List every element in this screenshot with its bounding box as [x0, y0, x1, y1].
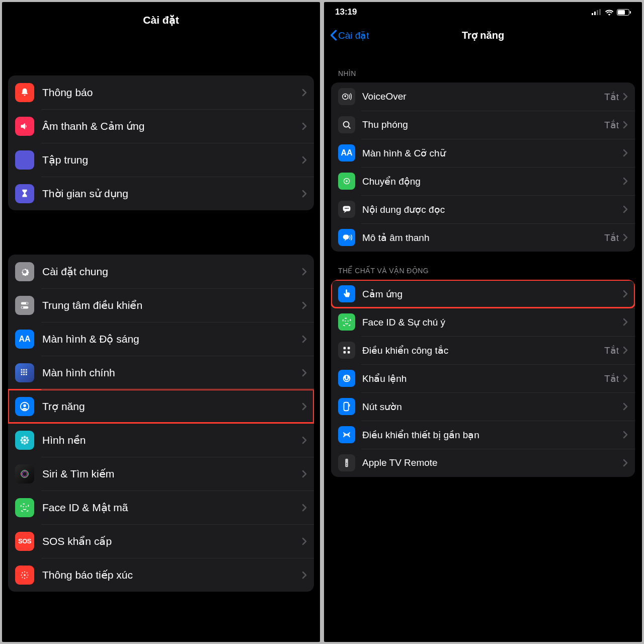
row-zoom[interactable]: Thu phóng Tắt	[331, 111, 635, 139]
chevron-right-icon	[302, 504, 307, 512]
row-sounds[interactable]: Âm thanh & Cảm ứng	[8, 109, 314, 143]
row-spoken[interactable]: Nội dung được đọc	[331, 195, 635, 223]
row-label: Hình nền	[42, 434, 302, 446]
moon-icon	[19, 154, 30, 166]
status-icons	[592, 9, 631, 16]
svg-rect-28	[21, 504, 29, 511]
row-appletv[interactable]: Apple TV Remote	[331, 449, 635, 477]
row-switch-control[interactable]: Điều khiển công tắc Tắt	[331, 336, 635, 364]
svg-rect-11	[21, 373, 23, 375]
cellular-icon	[592, 9, 602, 15]
svg-rect-42	[597, 10, 598, 15]
svg-rect-46	[630, 11, 631, 14]
svg-point-29	[23, 506, 24, 507]
svg-rect-56	[343, 235, 349, 239]
settings-root-screen: Cài đặt Thông báo Âm thanh & Cảm ứng Tập…	[2, 2, 320, 642]
svg-rect-67	[349, 404, 350, 407]
row-label: Tập trung	[42, 154, 302, 166]
row-label: Cảm ứng	[362, 288, 623, 300]
row-face-attention[interactable]: Face ID & Sự chú ý	[331, 308, 635, 336]
nav-bar: Cài đặt	[2, 2, 320, 38]
svg-rect-60	[344, 347, 346, 350]
chevron-right-icon	[623, 431, 628, 439]
person-circle-icon	[19, 401, 30, 412]
row-value: Tắt	[604, 232, 619, 244]
chevron-right-icon	[623, 374, 628, 382]
svg-point-24	[26, 441, 28, 444]
row-display[interactable]: AA Màn hình & Độ sáng	[8, 322, 314, 356]
row-voiceover[interactable]: VoiceOver Tắt	[331, 83, 635, 111]
sos-icon-wrap: SOS	[15, 532, 34, 551]
chevron-right-icon	[302, 156, 307, 164]
gear-icon-wrap	[15, 262, 34, 281]
row-label: Siri & Tìm kiếm	[42, 468, 302, 480]
touch-icon	[341, 288, 352, 299]
dots-icon-wrap	[15, 566, 34, 585]
row-nearby[interactable]: Điều khiển thiết bị gần bạn	[331, 421, 635, 449]
svg-rect-63	[348, 351, 350, 354]
svg-point-30	[26, 506, 27, 507]
face-icon-wrap	[15, 498, 34, 517]
svg-rect-8	[21, 371, 23, 373]
chevron-right-icon	[302, 335, 307, 343]
button-icon	[341, 401, 352, 412]
row-touch[interactable]: Cảm ứng	[331, 280, 635, 308]
svg-rect-13	[26, 373, 27, 375]
row-display-text[interactable]: AA Màn hình & Cỡ chữ	[331, 139, 635, 167]
face-icon	[19, 502, 30, 513]
gear-icon	[19, 266, 30, 277]
row-label: Khẩu lệnh	[362, 373, 604, 384]
row-wallpaper[interactable]: Hình nền	[8, 423, 314, 457]
svg-point-21	[21, 437, 24, 439]
siri-icon	[19, 468, 30, 479]
row-accessibility[interactable]: Trợ năng	[8, 389, 314, 423]
chevron-right-icon	[302, 122, 307, 130]
svg-point-2	[26, 302, 28, 304]
row-screentime[interactable]: Thời gian sử dụng	[8, 177, 314, 210]
svg-point-48	[344, 95, 346, 97]
svg-point-15	[23, 404, 26, 407]
svg-rect-10	[26, 371, 27, 373]
switches-icon-wrap	[15, 296, 34, 315]
chevron-right-icon	[623, 93, 628, 101]
row-exposure[interactable]: Thông báo tiếp xúc	[8, 558, 314, 592]
row-siri[interactable]: Siri & Tìm kiếm	[8, 457, 314, 491]
svg-point-19	[20, 439, 23, 441]
svg-point-4	[22, 306, 24, 308]
row-label: Mô tả âm thanh	[362, 232, 604, 244]
row-motion[interactable]: Chuyển động	[331, 167, 635, 195]
row-label: Màn hình & Cỡ chữ	[362, 147, 623, 159]
row-notifications[interactable]: Thông báo	[8, 75, 314, 109]
chevron-right-icon	[302, 403, 307, 411]
row-sos[interactable]: SOS SOS khẩn cấp	[8, 524, 314, 558]
grid-icon	[19, 367, 30, 378]
row-audio-desc[interactable]: Mô tả âm thanh Tắt	[331, 223, 635, 252]
svg-point-36	[22, 572, 23, 573]
row-label: Apple TV Remote	[362, 457, 623, 468]
battery-icon	[617, 9, 631, 16]
speech-icon	[341, 204, 352, 215]
motion-icon-wrap	[338, 173, 355, 190]
row-voice-control[interactable]: Khẩu lệnh Tắt	[331, 364, 635, 392]
row-faceid[interactable]: Face ID & Mật mã	[8, 491, 314, 524]
row-focus[interactable]: Tập trung	[8, 143, 314, 177]
person-circle-icon-wrap	[15, 397, 34, 416]
row-homescreen[interactable]: Màn hình chính	[8, 356, 314, 389]
svg-point-58	[345, 320, 346, 321]
row-value: Tắt	[604, 373, 619, 384]
voiceover-icon-wrap	[338, 88, 355, 105]
svg-point-51	[346, 180, 348, 182]
row-side-button[interactable]: Nút sườn	[331, 392, 635, 421]
settings-group: Cảm ứng Face ID & Sự chú ý Điều khiển cô…	[331, 280, 635, 477]
dots-icon	[19, 570, 30, 581]
speaker-icon-wrap	[15, 117, 34, 136]
row-controlcenter[interactable]: Trung tâm điều khiển	[8, 288, 314, 322]
back-button[interactable]: Cài đặt	[330, 30, 369, 41]
audio-desc-icon-wrap	[338, 229, 355, 246]
settings-group: Thông báo Âm thanh & Cảm ứng Tập trung T…	[8, 75, 314, 210]
siri-icon-wrap	[15, 464, 34, 484]
svg-point-31	[24, 574, 26, 576]
row-label: Âm thanh & Cảm ứng	[42, 120, 302, 132]
row-general[interactable]: Cài đặt chung	[8, 255, 314, 288]
row-label: Điều khiển công tắc	[362, 345, 604, 356]
